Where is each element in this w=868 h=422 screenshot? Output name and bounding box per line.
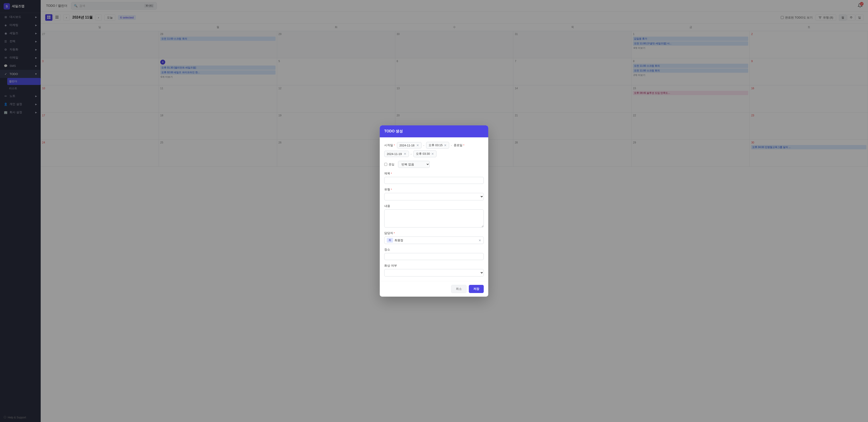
location-input[interactable]: [384, 253, 484, 260]
title-label: 제목 *: [384, 171, 484, 175]
allday-repeat-row: 종일 반복 없음: [384, 161, 484, 168]
start-date-value: 2024-11-18: [399, 144, 414, 147]
assignee-label: 담당자 *: [384, 231, 484, 235]
title-input[interactable]: [384, 177, 484, 184]
type-label: 유형 *: [384, 188, 484, 192]
assignee-clear-btn[interactable]: ✕: [478, 238, 481, 242]
start-date-field[interactable]: 2024-11-18 ✕: [397, 142, 422, 149]
location-label: 장소: [384, 248, 484, 252]
start-time-clear-btn[interactable]: ✕: [444, 143, 447, 147]
assignee-tag: 최: [387, 238, 393, 242]
save-button[interactable]: 저장: [469, 285, 484, 293]
content-textarea[interactable]: [384, 209, 484, 227]
modal-header: TODO 생성: [380, 125, 488, 137]
start-date-clear-btn[interactable]: ✕: [416, 143, 419, 147]
repeat-select[interactable]: 반복 없음: [398, 161, 430, 168]
start-date-label: 시작일 *: [384, 143, 395, 147]
type-select[interactable]: [384, 193, 484, 200]
allday-checkbox-label[interactable]: 종일: [384, 162, 395, 166]
title-required: *: [391, 172, 392, 175]
end-time-clear-btn[interactable]: ✕: [431, 152, 434, 156]
modal-footer: 취소 저장: [380, 281, 488, 297]
type-section: 유형 *: [384, 188, 484, 200]
video-section: 화상 여부: [384, 264, 484, 277]
date-range-separator: -: [451, 144, 452, 147]
allday-label: 종일: [389, 162, 395, 166]
assignee-name: 최원정: [395, 238, 403, 242]
content-section: 내용: [384, 204, 484, 227]
assignee-required: *: [394, 232, 395, 235]
cancel-button[interactable]: 취소: [451, 285, 467, 293]
content-label: 내용: [384, 204, 484, 208]
start-date-required: *: [394, 144, 395, 147]
end-date-field[interactable]: 2024-11-19 ✕: [384, 151, 409, 157]
end-time-field[interactable]: 오후 03:30 ✕: [413, 151, 436, 157]
end-date-clear-btn[interactable]: ✕: [404, 152, 406, 156]
location-section: 장소: [384, 248, 484, 260]
video-select[interactable]: [384, 269, 484, 277]
allday-checkbox[interactable]: [384, 163, 387, 166]
modal-overlay[interactable]: TODO 생성 시작일 * 2024-11-18 ✕ - 오후 03:15 ✕ …: [0, 0, 868, 422]
date-row: 시작일 * 2024-11-18 ✕ - 오후 03:15 ✕ - 종료일 *: [384, 142, 484, 157]
end-time-value: 오후 03:30: [416, 152, 430, 156]
start-time-field[interactable]: 오후 03:15 ✕: [426, 142, 449, 149]
end-time-separator: -: [411, 152, 412, 156]
end-date-required: *: [463, 144, 464, 147]
type-required: *: [391, 188, 392, 191]
assignee-field[interactable]: 최 최원정 ✕: [384, 236, 484, 244]
assignee-section: 담당자 * 최 최원정 ✕: [384, 231, 484, 244]
start-time-separator: -: [423, 144, 424, 147]
video-label: 화상 여부: [384, 264, 484, 268]
end-date-label: 종료일 *: [454, 143, 465, 147]
modal-title: TODO 생성: [384, 129, 403, 133]
todo-create-modal: TODO 생성 시작일 * 2024-11-18 ✕ - 오후 03:15 ✕ …: [380, 125, 488, 297]
modal-body: 시작일 * 2024-11-18 ✕ - 오후 03:15 ✕ - 종료일 *: [380, 137, 488, 281]
title-section: 제목 *: [384, 171, 484, 184]
start-time-value: 오후 03:15: [429, 143, 442, 147]
end-date-value: 2024-11-19: [387, 152, 402, 156]
